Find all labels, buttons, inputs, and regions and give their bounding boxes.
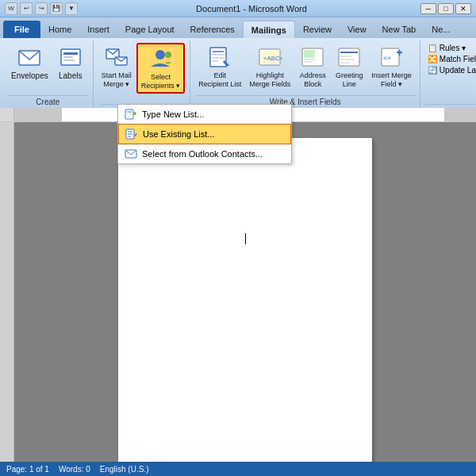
language: English (U.S.) [100,465,149,474]
envelopes-icon [17,44,42,70]
word-icon: W [5,2,17,15]
use-existing-list-icon [125,128,138,140]
ribbon: Envelopes Labels Create [0,38,476,108]
edit-recipient-list-icon [207,44,232,70]
document-content[interactable] [14,122,476,462]
tab-new-tab[interactable]: New Tab [374,21,424,38]
rules-column: 📋 Rules ▾ 🔀 Match Fields... 🔄 Update Lab… [425,40,476,75]
title-bar: W ↩ ↪ 💾 ▼ Document1 - Microsoft Word ─ □… [0,0,476,17]
insert-merge-field-button[interactable]: «» Insert MergeField ▾ [368,43,415,90]
word-count: Words: 0 [59,465,90,474]
tab-bar: File Home Insert Page Layout References … [0,17,476,38]
close-button[interactable]: ✕ [455,3,471,14]
status-bar: Page: 1 of 1 Words: 0 English (U.S.) [0,462,476,476]
redo-icon[interactable]: ↪ [35,2,48,15]
update-labels-button[interactable]: 🔄 Update Labels [425,65,476,75]
type-new-list-item[interactable]: Type New List... [118,105,291,124]
edit-recipient-list-button[interactable]: EditRecipient List [195,43,244,90]
tab-mailings[interactable]: Mailings [243,21,295,38]
match-fields-button[interactable]: 🔀 Match Fields... [425,54,476,64]
svg-rect-4 [63,60,75,61]
tab-new[interactable]: Ne... [424,21,458,38]
create-buttons: Envelopes Labels [8,40,88,95]
minimize-button[interactable]: ─ [420,3,436,14]
ribbon-group-create: Envelopes Labels Create [3,40,94,108]
tab-home[interactable]: Home [40,21,79,38]
select-from-outlook-item[interactable]: Select from Outlook Contacts... [118,144,291,163]
svg-point-7 [155,50,165,60]
address-block-icon [300,44,325,70]
address-block-button[interactable]: AddressBlock [295,43,330,90]
labels-icon [58,44,83,70]
ribbon-group-mail-merge: Start MailMerge ▾ SelectRecipients ▾ [94,40,191,108]
tab-insert[interactable]: Insert [79,21,117,38]
svg-rect-2 [63,52,78,55]
window-title: Document1 - Microsoft Word [83,4,420,13]
greeting-line-icon [336,44,362,70]
insert-merge-field-icon: «» [379,44,405,70]
match-fields-icon: 🔀 [428,55,437,63]
select-recipients-icon [148,46,173,71]
type-new-list-icon [125,108,137,121]
envelopes-button[interactable]: Envelopes [8,43,52,83]
use-existing-list-item[interactable]: Use Existing List... [118,124,291,144]
svg-text:«»: «» [383,54,391,62]
ribbon-group-write-insert: EditRecipient List «ABC» HighlightMerge … [190,40,420,108]
tab-review[interactable]: Review [295,21,340,38]
select-from-outlook-icon [125,148,137,160]
mail-merge-buttons: Start MailMerge ▾ SelectRecipients ▾ [98,40,186,104]
svg-point-8 [165,52,171,58]
svg-rect-21 [339,48,359,66]
svg-rect-9 [210,48,226,67]
rules-button[interactable]: 📋 Rules ▾ [425,43,476,53]
tab-view[interactable]: View [340,21,374,38]
page-info: Page: 1 of 1 [6,465,49,474]
document-page[interactable] [118,138,372,462]
select-recipients-button[interactable]: SelectRecipients ▾ [136,43,186,94]
start-mail-merge-icon [104,44,129,70]
vertical-ruler [0,122,14,462]
text-cursor [245,233,246,244]
highlight-merge-fields-button[interactable]: «ABC» HighlightMerge Fields [246,43,294,90]
ruler-side-left [0,108,14,121]
update-labels-icon: 🔄 [428,66,437,75]
highlight-merge-fields-icon: «ABC» [257,44,282,70]
create-group-label: Create [8,95,88,108]
tab-references[interactable]: References [182,21,243,38]
labels-button[interactable]: Labels [53,43,88,83]
save-icon[interactable]: 💾 [50,2,63,15]
greeting-line-button[interactable]: GreetingLine [332,43,367,90]
svg-rect-3 [63,56,73,58]
write-insert-buttons: EditRecipient List «ABC» HighlightMerge … [195,40,415,95]
rules-icon: 📋 [428,44,437,52]
tab-file[interactable]: File [3,21,40,38]
svg-rect-18 [304,50,315,58]
start-mail-merge-button[interactable]: Start MailMerge ▾ [98,43,135,90]
window-controls: ─ □ ✕ [420,3,471,14]
tab-page-layout[interactable]: Page Layout [117,21,182,38]
document-area [0,122,476,462]
ribbon-group-rules: 📋 Rules ▾ 🔀 Match Fields... 🔄 Update Lab… [420,40,476,108]
title-bar-icons: W ↩ ↪ 💾 ▼ [5,2,78,15]
svg-text:«ABC»: «ABC» [263,55,282,62]
maximize-button[interactable]: □ [438,3,454,14]
customize-icon[interactable]: ▼ [65,2,78,15]
dropdown-menu: Type New List... Use Existing List... Se… [117,104,292,164]
undo-icon[interactable]: ↩ [20,2,33,15]
